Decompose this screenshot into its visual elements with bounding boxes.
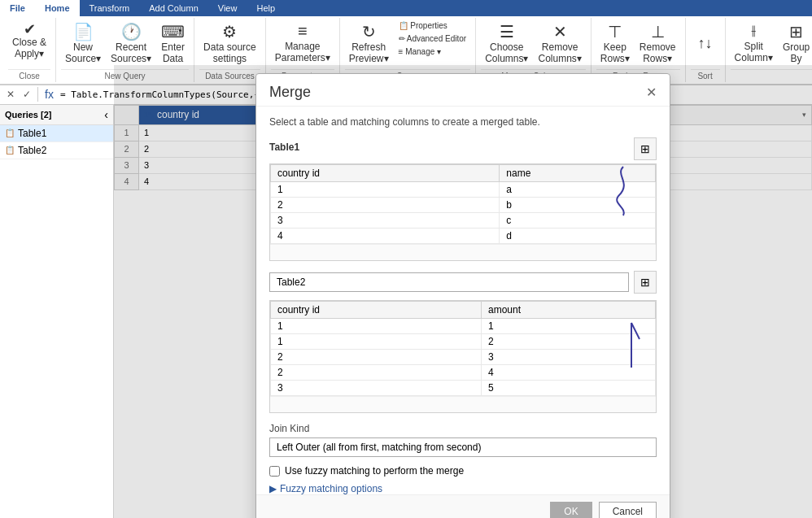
tab-add-column[interactable]: Add Column xyxy=(139,0,208,16)
sidebar-header: Queries [2] ‹ xyxy=(0,105,113,125)
keep-rows-button[interactable]: ⊤ KeepRows▾ xyxy=(596,20,634,67)
table2-col-country-id[interactable]: country id xyxy=(271,302,482,319)
table2-selector: Table2 ⊞ xyxy=(269,271,657,294)
table2-row-1: 1 1 xyxy=(271,319,656,334)
fuzzy-matching-checkbox[interactable] xyxy=(269,466,280,477)
merge-dialog-title: Merge xyxy=(269,84,311,101)
fuzzy-matching-check: Use fuzzy matching to perform the merge xyxy=(269,465,657,477)
tab-help[interactable]: Help xyxy=(247,0,285,16)
choose-columns-label: ChooseColumns▾ xyxy=(485,41,528,65)
t2-country-2: 1 xyxy=(271,334,482,350)
modal-overlay: Merge ✕ Select a table and matching colu… xyxy=(114,65,812,518)
manage-button[interactable]: ≡ Manage ▾ xyxy=(395,46,471,58)
formula-cancel-btn[interactable]: ✕ xyxy=(3,87,18,102)
close-group-label: Close xyxy=(8,69,50,81)
remove-columns-icon: ✕ xyxy=(553,22,567,41)
table2-col-amount[interactable]: amount xyxy=(482,302,656,319)
table2-row-4: 2 4 xyxy=(271,365,656,381)
modal-body: Select a table and matching columns to c… xyxy=(256,107,670,494)
table2-dropdown[interactable]: Table2 xyxy=(269,272,629,292)
advanced-editor-button[interactable]: ✏ Advanced Editor xyxy=(395,33,471,45)
sidebar-item-table1-label: Table1 xyxy=(18,128,46,139)
join-kind-dropdown[interactable]: Left Outer (all from first, matching fro… xyxy=(269,437,657,457)
join-kind-section: Join Kind Left Outer (all from first, ma… xyxy=(269,423,657,457)
sort-asc-button[interactable]: ↑↓ xyxy=(691,33,720,54)
table1-wrapper: country id name 1 a 2 b xyxy=(269,163,657,261)
t1-country-1: 1 xyxy=(271,182,500,198)
sidebar-item-table1[interactable]: 📋 Table1 xyxy=(0,125,113,142)
fuzzy-matching-label: Use fuzzy matching to perform the merge xyxy=(285,465,464,477)
formula-confirm-btn[interactable]: ✓ xyxy=(20,87,34,102)
merge-description: Select a table and matching columns to c… xyxy=(269,116,657,128)
sidebar-collapse-icon[interactable]: ‹ xyxy=(104,108,108,121)
modal-close-button[interactable]: ✕ xyxy=(646,85,657,100)
tab-file[interactable]: File xyxy=(0,0,35,16)
t2-amount-5: 5 xyxy=(482,381,656,396)
split-column-icon: ⫲ xyxy=(751,22,756,41)
table1-col-country-id[interactable]: country id xyxy=(271,165,500,182)
t1-name-4: d xyxy=(500,229,656,244)
sidebar-item-table2[interactable]: 📋 Table2 xyxy=(0,142,113,159)
tab-transform[interactable]: Transform xyxy=(80,0,140,16)
table1-section-label: Table1 xyxy=(269,141,299,153)
recent-sources-label: RecentSources▾ xyxy=(111,41,151,65)
table2-expand-button[interactable]: ⊞ xyxy=(634,271,657,294)
choose-columns-button[interactable]: ☰ ChooseColumns▾ xyxy=(481,20,532,67)
t2-country-3: 2 xyxy=(271,350,482,365)
new-source-label: NewSource▾ xyxy=(65,41,101,65)
enter-data-button[interactable]: ⌨ EnterData xyxy=(157,20,189,67)
t1-country-3: 3 xyxy=(271,213,500,229)
group-by-button[interactable]: ⊞ GroupBy xyxy=(779,20,812,67)
fuzzy-expand-arrow: ▶ xyxy=(269,483,277,494)
ribbon-tab-bar: File Home Transform Add Column View Help xyxy=(0,0,812,16)
formula-fx-icon: fx xyxy=(41,88,57,101)
split-column-button[interactable]: ⫲ SplitColumn▾ xyxy=(731,20,777,67)
remove-rows-icon: ⊥ xyxy=(651,22,665,41)
remove-columns-button[interactable]: ✕ RemoveColumns▾ xyxy=(534,20,585,67)
sidebar-title: Queries [2] xyxy=(5,110,51,120)
ribbon-group-close: ✔ Close &Apply▾ Close xyxy=(3,18,56,82)
remove-rows-button[interactable]: ⊥ RemoveRows▾ xyxy=(635,20,680,67)
manage-parameters-button[interactable]: ≡ ManageParameters▾ xyxy=(271,20,334,67)
tab-home[interactable]: Home xyxy=(35,0,80,16)
query-small-buttons: 📋 Properties ✏ Advanced Editor ≡ Manage … xyxy=(395,20,471,58)
keep-rows-icon: ⊤ xyxy=(608,22,622,41)
new-source-button[interactable]: 📄 NewSource▾ xyxy=(61,20,105,67)
table1-annotation-svg xyxy=(599,159,648,224)
group-by-label: GroupBy xyxy=(783,41,810,65)
data-source-settings-label: Data sourcesettings xyxy=(203,41,256,65)
cancel-button[interactable]: Cancel xyxy=(599,502,657,518)
queries-sidebar: Queries [2] ‹ 📋 Table1 📋 Table2 xyxy=(0,105,114,518)
refresh-preview-button[interactable]: ↻ RefreshPreview▾ xyxy=(345,20,393,67)
table1-row-2: 2 b xyxy=(271,198,656,213)
fuzzy-expand-section[interactable]: ▶ Fuzzy matching options xyxy=(269,483,657,494)
table2-wrapper: country id amount 1 1 1 2 xyxy=(269,300,657,413)
t1-country-4: 4 xyxy=(271,229,500,244)
keep-rows-label: KeepRows▾ xyxy=(600,41,630,65)
recent-sources-button[interactable]: 🕐 RecentSources▾ xyxy=(107,20,155,67)
refresh-label: RefreshPreview▾ xyxy=(349,41,389,65)
table2-preview: country id amount 1 1 1 2 xyxy=(270,301,656,396)
remove-columns-label: RemoveColumns▾ xyxy=(538,41,581,65)
close-apply-button[interactable]: ✔ Close &Apply▾ xyxy=(8,20,50,63)
recent-sources-icon: 🕐 xyxy=(121,22,142,41)
data-source-settings-button[interactable]: ⚙ Data sourcesettings xyxy=(199,20,260,67)
table1-expand-button[interactable]: ⊞ xyxy=(634,137,657,160)
properties-button[interactable]: 📋 Properties xyxy=(395,20,471,32)
new-source-icon: 📄 xyxy=(73,22,94,41)
sidebar-item-table2-label: Table2 xyxy=(18,145,46,156)
t2-country-1: 1 xyxy=(271,319,482,334)
join-kind-label: Join Kind xyxy=(269,423,657,434)
t1-country-2: 2 xyxy=(271,198,500,213)
table1-row-3: 3 c xyxy=(271,213,656,229)
split-column-label: SplitColumn▾ xyxy=(735,41,773,64)
ok-button[interactable]: OK xyxy=(550,502,592,518)
t2-country-5: 3 xyxy=(271,381,482,396)
table2-row-2: 1 2 xyxy=(271,334,656,350)
table1-row-1: 1 a xyxy=(271,182,656,198)
table1-preview: country id name 1 a 2 b xyxy=(270,164,656,244)
manage-parameters-icon: ≡ xyxy=(298,22,308,41)
tab-view[interactable]: View xyxy=(208,0,247,16)
table1-note-area xyxy=(270,244,656,260)
modal-footer: OK Cancel xyxy=(256,494,670,518)
